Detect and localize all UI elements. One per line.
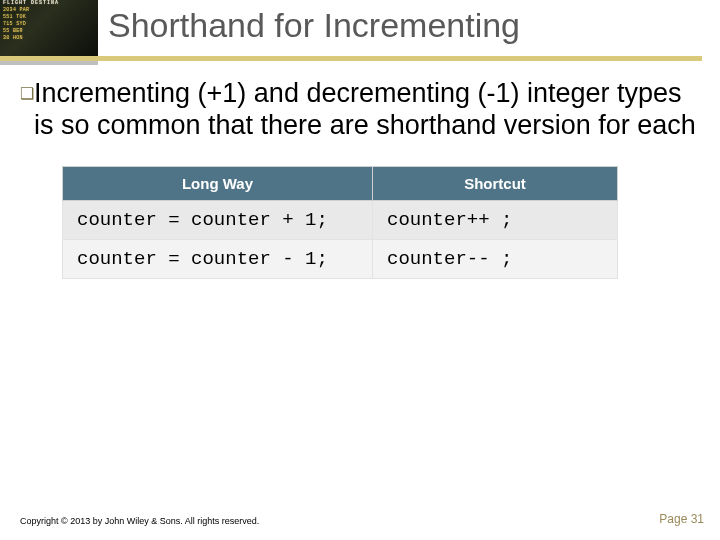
title-underline bbox=[0, 56, 702, 61]
shortcut-table: Long Way Shortcut counter = counter + 1;… bbox=[62, 166, 618, 279]
bullet-icon: ❑ bbox=[20, 78, 34, 142]
cell-long: counter = counter - 1; bbox=[63, 239, 373, 278]
departure-board-image: FLIGHT DESTINA 2034 PAR 551 TOK 715 SYD … bbox=[0, 0, 98, 56]
table-header-row: Long Way Shortcut bbox=[63, 166, 618, 200]
header: FLIGHT DESTINA 2034 PAR 551 TOK 715 SYD … bbox=[0, 0, 720, 64]
bullet-item: ❑ Incrementing (+1) and decrementing (-1… bbox=[20, 78, 696, 142]
slide: FLIGHT DESTINA 2034 PAR 551 TOK 715 SYD … bbox=[0, 0, 720, 540]
col-shortcut: Shortcut bbox=[373, 166, 618, 200]
board-header: FLIGHT DESTINA bbox=[0, 0, 98, 7]
bullet-text: Incrementing (+1) and decrementing (-1) … bbox=[34, 78, 696, 142]
table-row: counter = counter - 1; counter-- ; bbox=[63, 239, 618, 278]
grey-accent bbox=[0, 61, 98, 65]
board-row: 715 SYD bbox=[0, 21, 98, 28]
content-area: ❑ Incrementing (+1) and decrementing (-1… bbox=[20, 78, 696, 279]
board-row: 2034 PAR bbox=[0, 7, 98, 14]
board-row: 551 TOK bbox=[0, 14, 98, 21]
page-number: Page 31 bbox=[659, 512, 704, 526]
cell-short: counter-- ; bbox=[373, 239, 618, 278]
board-row: 55 BER bbox=[0, 28, 98, 35]
col-long-way: Long Way bbox=[63, 166, 373, 200]
copyright-text: Copyright © 2013 by John Wiley & Sons. A… bbox=[20, 516, 259, 526]
table-row: counter = counter + 1; counter++ ; bbox=[63, 200, 618, 239]
cell-short: counter++ ; bbox=[373, 200, 618, 239]
board-row: 38 HON bbox=[0, 35, 98, 42]
slide-title: Shorthand for Incrementing bbox=[108, 6, 520, 45]
cell-long: counter = counter + 1; bbox=[63, 200, 373, 239]
